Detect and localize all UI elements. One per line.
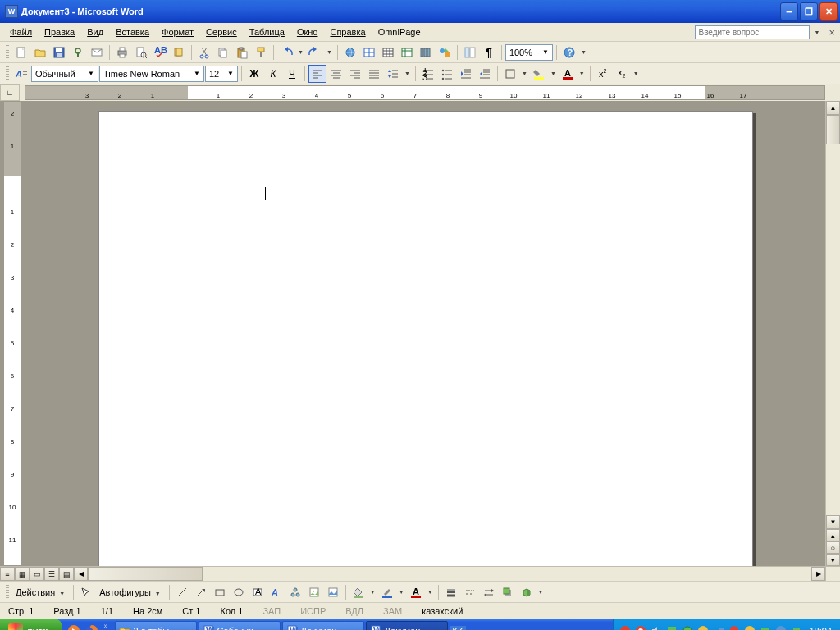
menu-tools[interactable]: Сервис xyxy=(201,25,242,39)
print-preview-button[interactable] xyxy=(132,43,150,62)
tray-icon[interactable] xyxy=(619,624,632,630)
font-color-button[interactable]: A xyxy=(559,65,577,83)
menu-help[interactable]: Справка xyxy=(325,25,370,39)
format-painter-button[interactable] xyxy=(252,43,270,62)
status-page[interactable]: Стр. 1 xyxy=(4,606,38,616)
tables-borders-button[interactable] xyxy=(360,43,378,62)
autoshapes-menu[interactable]: Автофигуры ▼ xyxy=(96,587,166,597)
paste-button[interactable] xyxy=(233,43,251,62)
tab-selector[interactable]: ∟ xyxy=(0,84,20,101)
fill-color-dropdown-icon[interactable]: ▼ xyxy=(368,589,377,595)
clipart-button[interactable] xyxy=(305,583,323,601)
font-combo[interactable]: Times New Roman▼ xyxy=(99,66,204,82)
underline-button[interactable]: Ч xyxy=(283,65,301,83)
align-right-button[interactable] xyxy=(346,65,364,83)
align-left-button[interactable] xyxy=(308,65,326,83)
subscript-button[interactable]: x2 xyxy=(613,65,631,83)
menu-table[interactable]: Таблица xyxy=(244,25,290,39)
menu-insert[interactable]: Вставка xyxy=(111,25,154,39)
permission-button[interactable] xyxy=(69,43,87,62)
tray-icon[interactable] xyxy=(774,624,788,630)
spacing-dropdown-icon[interactable]: ▼ xyxy=(403,71,412,76)
columns-button[interactable] xyxy=(417,43,435,62)
close-button[interactable]: ✕ xyxy=(819,2,838,21)
textbox-button[interactable]: A xyxy=(249,583,267,601)
spellcheck-button[interactable]: ABC xyxy=(151,43,169,62)
new-button[interactable] xyxy=(12,43,30,62)
select-objects-button[interactable] xyxy=(77,583,95,601)
diagram-button[interactable] xyxy=(286,583,304,601)
help-dropdown-icon[interactable]: ▼ xyxy=(812,30,821,35)
dash-style-button[interactable] xyxy=(461,583,479,601)
copy-button[interactable] xyxy=(214,43,232,62)
font-color-drawing-button[interactable]: A xyxy=(407,583,425,601)
tray-network-icon[interactable] xyxy=(712,624,725,630)
scroll-down-button[interactable]: ▼ xyxy=(826,515,840,529)
taskbar-button[interactable]: WСабақ ж... xyxy=(199,621,281,630)
menu-view[interactable]: Вид xyxy=(82,25,108,39)
arrow-style-button[interactable] xyxy=(480,583,498,601)
reading-view-button[interactable]: ▤ xyxy=(59,567,74,581)
zoom-combo[interactable]: 100%▼ xyxy=(505,44,553,61)
borders-dropdown-icon[interactable]: ▼ xyxy=(520,71,529,76)
status-rec[interactable]: ЗАП xyxy=(258,606,285,616)
clock[interactable]: 18:04 xyxy=(806,626,835,630)
quicklaunch-player-icon[interactable] xyxy=(66,622,82,630)
vertical-scrollbar[interactable]: ▲ ▼ ▴ ○ ▾ xyxy=(825,101,840,566)
undo-dropdown-icon[interactable]: ▼ xyxy=(296,49,305,55)
shadow-button[interactable] xyxy=(499,583,517,601)
superscript-button[interactable]: x2 xyxy=(594,65,612,83)
decrease-indent-button[interactable] xyxy=(457,65,475,83)
numbering-button[interactable]: 123 xyxy=(419,65,437,83)
email-button[interactable] xyxy=(88,43,106,62)
help-button[interactable]: ? xyxy=(560,43,578,62)
line-color-button[interactable] xyxy=(378,583,396,601)
menu-format[interactable]: Формат xyxy=(157,25,199,39)
drawing-actions-menu[interactable]: Действия ▼ xyxy=(12,587,70,597)
align-center-button[interactable] xyxy=(327,65,345,83)
open-button[interactable] xyxy=(31,43,49,62)
insert-picture-button[interactable] xyxy=(324,583,342,601)
normal-view-button[interactable]: ≡ xyxy=(0,567,15,581)
language-indicator[interactable]: KK xyxy=(450,626,466,631)
doc-close-button[interactable]: × xyxy=(829,26,835,39)
web-view-button[interactable]: ▦ xyxy=(15,567,30,581)
horizontal-scrollbar[interactable]: ◀ ▶ xyxy=(74,567,825,581)
help-search-input[interactable] xyxy=(695,25,810,39)
hscroll-thumb[interactable] xyxy=(88,567,203,581)
undo-button[interactable] xyxy=(277,43,295,62)
font-color-drawing-dropdown-icon[interactable]: ▼ xyxy=(426,589,435,595)
menu-omnipage[interactable]: OmniPage xyxy=(373,25,426,39)
wordart-button[interactable]: A xyxy=(267,583,285,601)
highlight-button[interactable] xyxy=(530,65,548,83)
toolbar-options-icon[interactable]: ▼ xyxy=(579,49,588,55)
increase-indent-button[interactable] xyxy=(476,65,494,83)
quicklaunch-firefox-icon[interactable] xyxy=(84,622,100,630)
taskbar-button[interactable]: WДокумен... xyxy=(366,621,448,630)
line-color-dropdown-icon[interactable]: ▼ xyxy=(397,589,406,595)
document-canvas[interactable] xyxy=(21,101,825,566)
scroll-left-button[interactable]: ◀ xyxy=(74,567,88,581)
fill-color-button[interactable] xyxy=(349,583,368,601)
horizontal-ruler[interactable]: 3211234567891011121314151617 xyxy=(25,85,825,100)
bullets-button[interactable] xyxy=(438,65,456,83)
redo-button[interactable] xyxy=(306,43,324,62)
taskbar-button[interactable]: WДокумен... xyxy=(282,621,364,630)
tray-icon[interactable] xyxy=(743,624,756,630)
status-trk[interactable]: ИСПР xyxy=(296,606,330,616)
print-view-button[interactable]: ▭ xyxy=(30,567,44,581)
highlight-dropdown-icon[interactable]: ▼ xyxy=(549,71,558,76)
drawing-button[interactable] xyxy=(436,43,454,62)
show-formatting-button[interactable]: ¶ xyxy=(480,43,498,62)
tray-icon[interactable] xyxy=(790,624,803,630)
line-spacing-button[interactable] xyxy=(384,65,402,83)
italic-button[interactable]: К xyxy=(264,65,282,83)
scroll-up-button[interactable]: ▲ xyxy=(826,101,840,115)
research-button[interactable] xyxy=(170,43,188,62)
grip-icon[interactable] xyxy=(6,585,9,600)
start-button[interactable]: пуск xyxy=(0,619,62,630)
vertical-ruler[interactable]: 211234567891011 xyxy=(3,101,21,566)
insert-table-button[interactable] xyxy=(379,43,397,62)
print-button[interactable] xyxy=(113,43,131,62)
3d-button[interactable] xyxy=(518,583,536,601)
